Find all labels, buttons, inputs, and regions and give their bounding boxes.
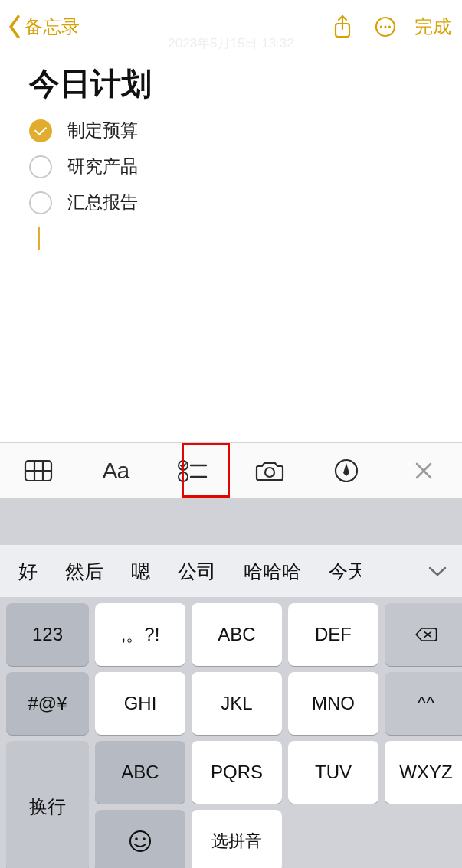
checklist-label[interactable]: 制定预算 bbox=[67, 119, 138, 142]
suggestion[interactable]: 好 bbox=[8, 559, 48, 584]
key-backspace[interactable] bbox=[385, 603, 462, 666]
top-nav: 备忘录 完成 bbox=[0, 0, 462, 54]
table-button[interactable] bbox=[0, 443, 77, 498]
key-abc-mode[interactable]: ABC bbox=[95, 741, 185, 804]
more-button[interactable] bbox=[364, 10, 407, 44]
camera-button[interactable] bbox=[231, 443, 309, 498]
svg-point-5 bbox=[388, 25, 391, 28]
ellipsis-circle-icon bbox=[374, 15, 397, 38]
format-toolbar: Aa bbox=[0, 442, 462, 499]
checkbox-empty-icon[interactable] bbox=[29, 191, 52, 214]
back-button[interactable]: 备忘录 bbox=[6, 14, 80, 40]
suggestion[interactable]: 哈哈哈 bbox=[233, 559, 312, 584]
key-emoji[interactable] bbox=[95, 810, 185, 868]
svg-point-4 bbox=[384, 25, 386, 28]
back-label: 备忘录 bbox=[25, 15, 80, 39]
backspace-icon bbox=[414, 622, 438, 647]
checklist-label[interactable]: 研究产品 bbox=[67, 155, 138, 178]
close-toolbar-button[interactable] bbox=[385, 443, 463, 498]
text-cursor bbox=[38, 227, 40, 250]
checklist-item[interactable]: 制定预算 bbox=[29, 119, 433, 142]
key-return[interactable]: 换行 bbox=[6, 741, 89, 868]
key-symbols[interactable]: #@¥ bbox=[6, 672, 89, 735]
keyboard-gap bbox=[0, 499, 462, 545]
markup-button[interactable] bbox=[308, 443, 385, 498]
key-tuv[interactable]: TUV bbox=[288, 741, 378, 804]
checklist-item[interactable]: 汇总报告 bbox=[29, 191, 433, 214]
chevron-down-icon bbox=[428, 565, 447, 577]
svg-point-14 bbox=[265, 468, 274, 477]
checklist-icon bbox=[177, 458, 208, 483]
key-kaomoji[interactable]: ^^ bbox=[385, 672, 462, 735]
key-punct[interactable]: ,。?! bbox=[95, 603, 185, 666]
suggestion[interactable]: 然后 bbox=[54, 559, 114, 584]
text-format-button[interactable]: Aa bbox=[77, 443, 155, 498]
checklist-item[interactable]: 研究产品 bbox=[29, 155, 433, 178]
chevron-left-icon bbox=[6, 14, 23, 40]
note-body[interactable]: 今日计划 制定预算 研究产品 汇总报告 bbox=[0, 54, 462, 250]
done-button[interactable]: 完成 bbox=[407, 15, 451, 39]
checklist-label[interactable]: 汇总报告 bbox=[67, 191, 138, 214]
share-button[interactable] bbox=[321, 10, 364, 44]
svg-point-21 bbox=[135, 837, 138, 840]
key-ghi[interactable]: GHI bbox=[95, 672, 185, 735]
emoji-icon bbox=[128, 829, 152, 853]
key-jkl[interactable]: JKL bbox=[192, 672, 282, 735]
key-abc[interactable]: ABC bbox=[192, 603, 282, 666]
key-123[interactable]: 123 bbox=[6, 603, 89, 666]
svg-point-10 bbox=[179, 461, 188, 470]
svg-point-12 bbox=[179, 472, 188, 481]
checkbox-checked-icon[interactable] bbox=[29, 119, 52, 142]
checklist-button[interactable] bbox=[154, 443, 231, 498]
key-mno[interactable]: MNO bbox=[288, 672, 378, 735]
close-icon bbox=[414, 461, 434, 481]
checkbox-empty-icon[interactable] bbox=[29, 155, 52, 178]
key-def[interactable]: DEF bbox=[288, 603, 378, 666]
key-select-pinyin[interactable]: 选拼音 bbox=[192, 810, 282, 868]
note-title[interactable]: 今日计划 bbox=[29, 63, 433, 105]
table-icon bbox=[24, 459, 53, 482]
expand-suggestions-button[interactable] bbox=[421, 554, 454, 588]
suggestion-bar: 好 然后 嗯 公司 哈哈哈 今天 bbox=[0, 545, 462, 597]
suggestion[interactable]: 今天 bbox=[318, 559, 361, 584]
key-wxyz[interactable]: WXYZ bbox=[385, 741, 462, 804]
key-pqrs[interactable]: PQRS bbox=[192, 741, 282, 804]
markup-pen-icon bbox=[333, 458, 359, 484]
camera-icon bbox=[255, 459, 284, 482]
suggestion[interactable]: 公司 bbox=[167, 559, 227, 584]
svg-point-22 bbox=[143, 837, 146, 840]
share-icon bbox=[332, 14, 353, 40]
svg-point-3 bbox=[380, 25, 382, 28]
svg-point-20 bbox=[130, 831, 150, 851]
suggestion[interactable]: 嗯 bbox=[120, 559, 161, 584]
keyboard: 123 ,。?! ABC DEF #@¥ GHI JKL MNO ^^ ABC … bbox=[0, 597, 462, 868]
